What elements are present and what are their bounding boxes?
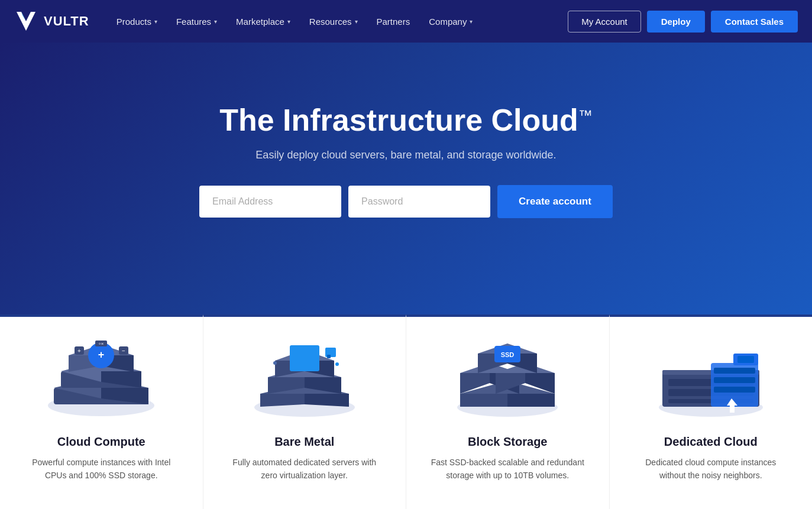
logo[interactable]: VULTR: [14, 9, 89, 33]
svg-rect-62: [737, 356, 754, 363]
svg-text:−: −: [122, 348, 125, 354]
nav-features[interactable]: Features ▾: [168, 12, 225, 31]
logo-text: VULTR: [44, 14, 89, 29]
svg-text:+: +: [98, 349, 105, 361]
nav-resources[interactable]: Resources ▾: [301, 12, 366, 31]
cloud-compute-illustration: + + − ÷×: [36, 311, 166, 429]
card-title: Dedicated Cloud: [664, 435, 758, 449]
svg-text:+: +: [77, 348, 81, 354]
svg-marker-38: [460, 394, 507, 407]
card-dedicated-cloud: Dedicated Cloud Dedicated cloud compute …: [609, 315, 813, 509]
nav-actions: My Account Deploy Contact Sales: [568, 11, 798, 33]
svg-point-33: [335, 362, 339, 366]
nav-company[interactable]: Company ▾: [420, 12, 481, 31]
bare-metal-illustration: [240, 311, 370, 429]
deploy-button[interactable]: Deploy: [647, 11, 705, 33]
card-desc: Powerful compute instances with Intel CP…: [24, 456, 178, 482]
card-block-storage: SSD Block Storage Fast SSD-backed scalab…: [406, 315, 609, 509]
svg-rect-32: [327, 355, 331, 358]
card-desc: Fast SSD-backed scalable and redundant s…: [431, 456, 584, 482]
create-account-button[interactable]: Create account: [497, 185, 613, 218]
svg-text:SSD: SSD: [501, 351, 515, 358]
svg-marker-37: [507, 394, 555, 407]
card-bare-metal: Bare Metal Fully automated dedicated ser…: [203, 315, 406, 509]
product-cards: + + − ÷× Cloud Compute Powerful compute …: [0, 315, 812, 509]
hero-title: The Infrastructure Cloud™: [219, 103, 593, 137]
svg-point-34: [273, 361, 277, 365]
chevron-down-icon: ▾: [470, 18, 473, 25]
nav-products[interactable]: Products ▾: [108, 12, 166, 31]
hero-section: The Infrastructure Cloud™ Easily deploy …: [0, 43, 812, 315]
card-cloud-compute: + + − ÷× Cloud Compute Powerful compute …: [0, 315, 203, 509]
nav-marketplace[interactable]: Marketplace ▾: [228, 12, 299, 31]
card-title: Bare Metal: [274, 435, 334, 449]
svg-text:÷×: ÷×: [99, 341, 104, 346]
card-desc: Fully automated dedicated servers with z…: [228, 456, 381, 482]
chevron-down-icon: ▾: [214, 18, 217, 25]
email-field[interactable]: [199, 186, 341, 218]
hero-subtitle: Easily deploy cloud servers, bare metal,…: [255, 149, 556, 161]
dedicated-cloud-illustration: [646, 311, 776, 429]
password-field[interactable]: [348, 186, 490, 218]
chevron-down-icon: ▾: [287, 18, 290, 25]
navbar: VULTR Products ▾ Features ▾ Marketplace …: [0, 0, 812, 43]
signup-form: Create account: [199, 185, 613, 218]
svg-rect-30: [290, 345, 319, 371]
nav-partners[interactable]: Partners: [368, 12, 419, 31]
svg-rect-58: [714, 377, 755, 383]
contact-sales-button[interactable]: Contact Sales: [711, 11, 798, 33]
card-desc: Dedicated cloud compute instances withou…: [634, 456, 788, 482]
card-title: Block Storage: [468, 435, 547, 449]
svg-rect-57: [714, 368, 755, 374]
chevron-down-icon: ▾: [355, 18, 358, 25]
logo-icon: [14, 9, 38, 33]
card-title: Cloud Compute: [57, 435, 145, 449]
block-storage-illustration: SSD: [442, 311, 572, 429]
chevron-down-icon: ▾: [154, 18, 157, 25]
svg-rect-59: [714, 387, 755, 393]
my-account-button[interactable]: My Account: [568, 11, 641, 33]
nav-links: Products ▾ Features ▾ Marketplace ▾ Reso…: [108, 12, 568, 31]
